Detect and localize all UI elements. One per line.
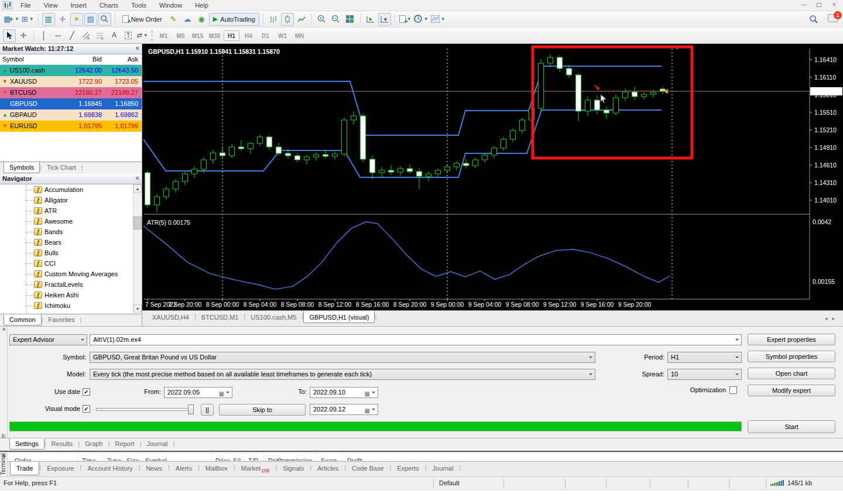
autotrading-button[interactable]: ▶ AutoTrading bbox=[209, 13, 259, 26]
indicator-bands[interactable]: ƒBands bbox=[0, 227, 133, 237]
gbpusd-h1-chart[interactable]: 1.164101.161101.158101.155101.152101.149… bbox=[143, 44, 843, 310]
restore-icon[interactable] bbox=[813, 1, 825, 9]
text-tool[interactable]: A bbox=[108, 29, 121, 42]
terminal-tab-mailbox[interactable]: Mailbox bbox=[200, 462, 234, 475]
spread-select[interactable]: 10 bbox=[667, 369, 742, 380]
chart-shift-button[interactable] bbox=[378, 13, 391, 26]
modify-expert-button[interactable]: Modify expert bbox=[748, 385, 835, 396]
use-date-checkbox[interactable]: ✔ bbox=[83, 388, 90, 396]
optimization-checkbox[interactable] bbox=[729, 386, 737, 394]
auto-scroll-button[interactable] bbox=[364, 13, 377, 26]
tester-tab-report[interactable]: Report bbox=[110, 439, 140, 449]
quote-row-gbpusd[interactable]: ▲GBPUSD1.168451.16850 bbox=[0, 98, 142, 109]
timeframe-m5[interactable]: M5 bbox=[173, 30, 189, 41]
calendar-icon[interactable]: ▦ bbox=[365, 406, 370, 416]
tester-tab-graph[interactable]: Graph bbox=[80, 439, 108, 449]
menu-help[interactable]: Help bbox=[189, 0, 215, 11]
status-profile[interactable]: Default bbox=[439, 479, 460, 486]
templates-button[interactable]: ▼ bbox=[430, 13, 446, 26]
navigator-close-icon[interactable]: ✕ bbox=[135, 175, 140, 181]
menu-charts[interactable]: Charts bbox=[93, 0, 125, 11]
label-tool[interactable]: T bbox=[122, 29, 135, 42]
signals-button[interactable]: ◉ bbox=[195, 13, 208, 26]
tile-windows-button[interactable] bbox=[344, 13, 357, 26]
model-select[interactable]: Every tick (the most precise method base… bbox=[90, 369, 595, 380]
new-order-button[interactable]: + New Order bbox=[119, 13, 166, 26]
profiles-button[interactable]: ⊞▼ bbox=[21, 13, 35, 26]
chart-window[interactable]: 1.164101.161101.158101.155101.152101.149… bbox=[142, 44, 843, 310]
chart-tab-btcusd-m1[interactable]: BTCUSD,M1 bbox=[196, 311, 244, 323]
tester-tab-results[interactable]: Results bbox=[46, 439, 78, 449]
crosshair-tool[interactable]: ✛ bbox=[17, 29, 30, 42]
notifications-icon[interactable]: 1 bbox=[828, 14, 838, 22]
terminal-tab-code-base[interactable]: Code Base bbox=[346, 462, 389, 475]
ea-type-select[interactable]: Expert Advisor bbox=[9, 334, 87, 345]
trendline-tool[interactable]: ╱ bbox=[66, 29, 78, 42]
indicator-awesome[interactable]: ƒAwesome bbox=[0, 216, 133, 227]
terminal-tab-alerts[interactable]: Alerts bbox=[170, 462, 198, 475]
fibonacci-tool[interactable]: F bbox=[94, 29, 107, 42]
start-button[interactable]: Start bbox=[748, 420, 835, 433]
chart-tabs-scroll-icons[interactable]: ◂▸ bbox=[825, 316, 839, 321]
new-chart-button[interactable]: ▦+▼ bbox=[3, 13, 20, 26]
terminal-tab-signals[interactable]: Signals bbox=[277, 462, 310, 475]
pause-button[interactable]: || bbox=[201, 404, 214, 416]
menu-file[interactable]: File bbox=[14, 0, 37, 11]
indicator-heiken-ashi[interactable]: ƒHeiken Ashi bbox=[0, 290, 133, 300]
indicators-button[interactable]: +▼ bbox=[399, 13, 412, 26]
indicator-bulls[interactable]: ƒBulls bbox=[0, 248, 133, 258]
tester-close-icon[interactable]: ✕ bbox=[2, 327, 6, 332]
terminal-toggle[interactable]: ▤ bbox=[84, 13, 97, 26]
zoom-in-button[interactable] bbox=[316, 13, 328, 26]
quote-row-eurusd[interactable]: ▼EURUSD1.017951.01799 bbox=[0, 121, 142, 132]
quote-row-xauusd[interactable]: ▼XAUUSD1722.901723.05 bbox=[0, 76, 142, 87]
column-header-ask[interactable]: Ask bbox=[102, 56, 138, 63]
scroll-up-icon[interactable]: ▲ bbox=[133, 184, 142, 193]
tester-tab-journal[interactable]: Journal bbox=[141, 439, 173, 449]
arrows-tool[interactable]: ⇄▼ bbox=[136, 29, 149, 42]
chart-tab-xauusd-h4[interactable]: XAUUSD,H4 bbox=[147, 311, 194, 323]
nav-tab-favorites[interactable]: Favorites bbox=[43, 315, 80, 325]
terminal-tab-articles[interactable]: Articles bbox=[311, 462, 344, 475]
indicator-atr[interactable]: ƒATR bbox=[0, 205, 133, 216]
from-date-field[interactable]: 2022.09.05▦ bbox=[164, 387, 232, 398]
close-icon[interactable]: × bbox=[828, 1, 841, 9]
visual-speed-slider[interactable] bbox=[96, 404, 194, 414]
timeframe-h1[interactable]: H1 bbox=[224, 30, 239, 41]
calendar-icon[interactable]: ▦ bbox=[219, 389, 224, 399]
scroll-down-icon[interactable]: ▼ bbox=[133, 304, 142, 313]
calendar-icon[interactable]: ▦ bbox=[365, 389, 370, 399]
periods-button[interactable]: ▼ bbox=[413, 13, 429, 26]
timeframe-w1[interactable]: W1 bbox=[275, 30, 290, 41]
menu-view[interactable]: View bbox=[37, 0, 64, 11]
visual-mode-checkbox[interactable]: ✔ bbox=[83, 405, 90, 413]
symbol-properties-button[interactable]: Symbol properties bbox=[748, 351, 835, 362]
search-icon[interactable] bbox=[809, 15, 818, 25]
terminal-tab-account-history[interactable]: Account History bbox=[82, 462, 139, 475]
metaeditor-button[interactable]: ✎ bbox=[167, 13, 180, 26]
minimize-icon[interactable]: — bbox=[797, 1, 810, 9]
publish-button[interactable]: ☁ bbox=[181, 13, 194, 26]
terminal-tab-journal[interactable]: Journal bbox=[427, 462, 460, 475]
scrollbar-thumb[interactable] bbox=[133, 217, 142, 229]
menu-insert[interactable]: Insert bbox=[64, 0, 93, 11]
timeframe-m15[interactable]: M15 bbox=[190, 30, 205, 41]
indicator-fractallevels[interactable]: ƒFractalLevels bbox=[0, 279, 133, 290]
timeframe-d1[interactable]: D1 bbox=[258, 30, 273, 41]
candlestick-chart-button[interactable] bbox=[281, 13, 294, 26]
market-watch-toggle[interactable]: ▥ bbox=[42, 13, 55, 26]
navigator-scrollbar[interactable]: ▲ ▼ bbox=[133, 184, 141, 313]
column-header-bid[interactable]: Bid bbox=[59, 56, 102, 63]
terminal-tab-news[interactable]: News bbox=[140, 462, 168, 475]
bar-chart-button[interactable] bbox=[267, 13, 280, 26]
chart-tab-gbpusd-h1-visual-[interactable]: GBPUSD,H1 (visual) bbox=[303, 311, 375, 323]
channel-tool[interactable]: E bbox=[80, 29, 92, 42]
column-header-symbol[interactable]: Symbol bbox=[2, 56, 55, 63]
expert-properties-button[interactable]: Expert properties bbox=[748, 334, 835, 345]
indicator-custom-moving-averages[interactable]: ƒCustom Moving Averages bbox=[0, 269, 133, 279]
zoom-out-button[interactable] bbox=[330, 13, 342, 26]
to-date-field[interactable]: 2022.09.10▦ bbox=[310, 387, 378, 398]
horizontal-line-tool[interactable]: ─ bbox=[52, 29, 64, 42]
mw-tab-symbols[interactable]: Symbols bbox=[4, 162, 40, 173]
terminal-tab-market[interactable]: Market168 bbox=[235, 462, 276, 476]
